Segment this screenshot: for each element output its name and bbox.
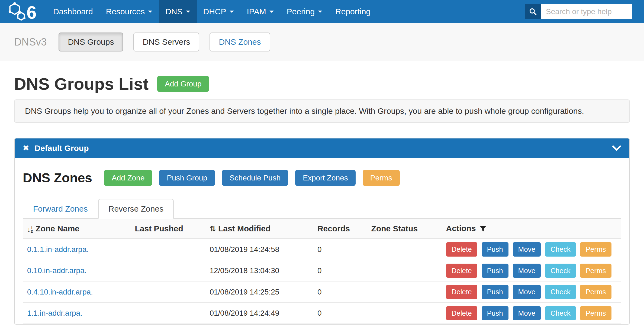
delete-button[interactable]: Delete — [446, 306, 477, 321]
global-search — [525, 0, 644, 23]
records-cell: 0 — [313, 281, 367, 303]
perms-button[interactable]: Perms — [580, 285, 611, 299]
th-zone-name-label: Zone Name — [36, 224, 79, 233]
zone-link[interactable]: 0.4.10.in-addr.arpa. — [27, 288, 93, 296]
delete-button[interactable]: Delete — [446, 264, 477, 278]
delete-button[interactable]: Delete — [446, 285, 477, 299]
zone-link[interactable]: 1.1.in-addr.arpa. — [27, 309, 82, 317]
nav-dhcp-label: DHCP — [203, 7, 226, 16]
svg-text:6: 6 — [27, 2, 37, 21]
tab-dns-zones[interactable]: DNS Zones — [210, 33, 270, 51]
th-last-pushed-label: Last Pushed — [135, 224, 183, 233]
tab-forward-zones[interactable]: Forward Zones — [23, 199, 98, 219]
table-row: 1.1.in-addr.arpa. 01/08/2019 14:24:49 0 … — [23, 303, 621, 324]
tab-reverse-zones[interactable]: Reverse Zones — [98, 199, 174, 219]
records-cell: 0 — [313, 239, 367, 260]
zone-link[interactable]: 0.1.1.in-addr.arpa. — [27, 245, 89, 254]
page-header: DNS Groups List Add Group — [14, 74, 630, 93]
table-row: 0.1.1.in-addr.arpa. 01/08/2019 14:24:58 … — [23, 239, 621, 260]
th-zone-status-label: Zone Status — [371, 224, 418, 233]
tab-dns-servers[interactable]: DNS Servers — [133, 33, 199, 51]
push-button[interactable]: Push — [482, 285, 508, 299]
zone-link[interactable]: 0.10.in-addr.arpa. — [27, 266, 87, 275]
group-perms-button[interactable]: Perms — [363, 170, 400, 186]
move-button[interactable]: Move — [513, 285, 541, 299]
records-cell: 0 — [313, 303, 367, 324]
zones-table: ↓12Zone Name Last Pushed ⇅Last Modified … — [23, 219, 621, 324]
remove-group-icon[interactable]: ✖ — [23, 144, 29, 152]
last-pushed-cell — [130, 303, 205, 324]
sort-numeric-icon[interactable]: ↓12 — [27, 226, 33, 233]
move-button[interactable]: Move — [513, 306, 541, 321]
th-actions-label: Actions — [446, 224, 476, 233]
push-button[interactable]: Push — [482, 264, 508, 278]
th-zone-name[interactable]: ↓12Zone Name — [23, 219, 130, 239]
th-last-pushed: Last Pushed — [130, 219, 205, 239]
actions-cell: Delete Push Move Check Perms — [442, 303, 621, 324]
group-panel-header[interactable]: ✖ Default Group — [15, 138, 629, 158]
logo-icon: 6 — [7, 2, 38, 21]
check-button[interactable]: Check — [545, 285, 576, 299]
last-pushed-cell — [130, 260, 205, 282]
move-button[interactable]: Move — [513, 264, 541, 278]
add-zone-button[interactable]: Add Zone — [104, 170, 152, 186]
nav-dashboard[interactable]: Dashboard — [47, 0, 99, 23]
schedule-push-button[interactable]: Schedule Push — [222, 170, 288, 186]
perms-button[interactable]: Perms — [580, 242, 611, 257]
push-group-button[interactable]: Push Group — [159, 170, 215, 186]
logo[interactable]: 6 — [0, 0, 47, 23]
filter-icon[interactable] — [480, 224, 486, 234]
nav-peering[interactable]: Peering — [280, 0, 329, 23]
nav-reporting[interactable]: Reporting — [329, 0, 377, 23]
nav-dns[interactable]: DNS — [159, 0, 197, 23]
nav-peering-label: Peering — [287, 7, 315, 16]
th-zone-status: Zone Status — [367, 219, 442, 239]
table-header-row: ↓12Zone Name Last Pushed ⇅Last Modified … — [23, 219, 621, 239]
last-modified-cell: 01/08/2019 14:25:25 — [205, 281, 313, 303]
last-modified-cell: 01/08/2019 14:24:49 — [205, 303, 313, 324]
nav-resources[interactable]: Resources — [99, 0, 159, 23]
export-zones-button[interactable]: Export Zones — [295, 170, 356, 186]
last-pushed-cell — [130, 281, 205, 303]
table-row: 0.4.10.in-addr.arpa. 01/08/2019 14:25:25… — [23, 281, 621, 303]
sort-icon[interactable]: ⇅ — [210, 224, 216, 233]
perms-button[interactable]: Perms — [580, 306, 611, 321]
nav-dhcp[interactable]: DHCP — [197, 0, 240, 23]
check-button[interactable]: Check — [545, 264, 576, 278]
group-panel-body: DNS Zones Add Zone Push Group Schedule P… — [15, 158, 629, 324]
push-button[interactable]: Push — [482, 306, 508, 321]
actions-cell: Delete Push Move Check Perms — [442, 281, 621, 303]
nav-ipam[interactable]: IPAM — [240, 0, 280, 23]
caret-down-icon — [318, 11, 322, 13]
chevron-down-icon[interactable] — [612, 145, 621, 151]
nav-reporting-label: Reporting — [335, 7, 371, 16]
zone-status-cell — [367, 303, 442, 324]
caret-down-icon — [269, 11, 274, 13]
nav-dashboard-label: Dashboard — [53, 7, 93, 16]
th-last-modified[interactable]: ⇅Last Modified — [205, 219, 313, 239]
actions-cell: Delete Push Move Check Perms — [442, 239, 621, 260]
group-title: Default Group — [34, 144, 89, 153]
last-modified-cell: 01/08/2019 14:24:58 — [205, 239, 313, 260]
perms-button[interactable]: Perms — [580, 264, 611, 278]
caret-down-icon — [148, 11, 152, 13]
th-actions: Actions — [442, 219, 621, 239]
th-records-label: Records — [317, 224, 350, 233]
actions-cell: Delete Push Move Check Perms — [442, 260, 621, 282]
caret-down-icon — [186, 11, 190, 13]
main-content: DNS Groups List Add Group DNS Groups hel… — [0, 61, 644, 325]
zone-tabs: Forward Zones Reverse Zones — [23, 199, 621, 219]
check-button[interactable]: Check — [545, 306, 576, 321]
search-icon[interactable] — [525, 4, 541, 19]
page-title: DNS Groups List — [14, 74, 149, 93]
add-group-button[interactable]: Add Group — [157, 76, 209, 92]
move-button[interactable]: Move — [513, 242, 541, 257]
last-pushed-cell — [130, 239, 205, 260]
push-button[interactable]: Push — [482, 242, 508, 257]
last-modified-cell: 12/05/2018 13:04:30 — [205, 260, 313, 282]
navbar-spacer — [377, 0, 525, 23]
check-button[interactable]: Check — [545, 242, 576, 257]
delete-button[interactable]: Delete — [446, 242, 477, 257]
search-input[interactable] — [541, 4, 632, 19]
tab-dns-groups[interactable]: DNS Groups — [59, 33, 123, 51]
